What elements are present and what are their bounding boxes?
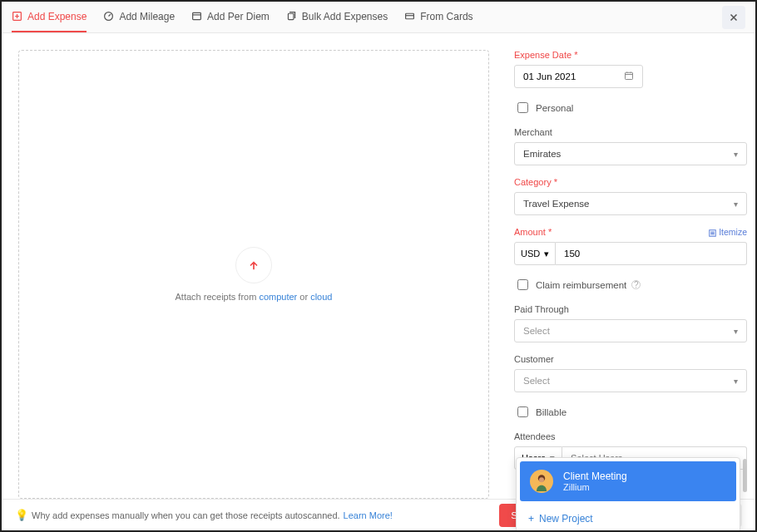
attendees-label: Attendees (514, 431, 747, 441)
expense-date-input[interactable]: 01 Jun 2021 (514, 65, 643, 88)
cloud-link[interactable]: cloud (310, 292, 332, 302)
per-diem-icon (191, 11, 202, 22)
personal-label: Personal (536, 103, 573, 113)
currency-select[interactable]: USD ▾ (514, 242, 556, 265)
tab-label: Bulk Add Expenses (302, 11, 388, 22)
chevron-down-icon: ▾ (734, 327, 738, 336)
paid-through-field: Paid Through Select ▾ (514, 304, 747, 342)
category-label: Category * (514, 177, 747, 187)
claim-label: Claim reimbursement (536, 280, 626, 290)
receipt-panel: Attach receipts from computer or cloud (18, 50, 489, 500)
tab-label: Add Mileage (119, 11, 175, 22)
customer-select[interactable]: Select ▾ (514, 369, 747, 392)
learn-more-link[interactable]: Learn More! (344, 510, 393, 520)
tab-add-mileage[interactable]: Add Mileage (103, 2, 175, 32)
customer-field: Customer Select ▾ (514, 354, 747, 392)
avatar (530, 470, 553, 493)
paid-through-label: Paid Through (514, 304, 747, 314)
receipt-dropzone[interactable]: Attach receipts from computer or cloud (18, 50, 489, 499)
billable-label: Billable (536, 407, 567, 417)
chevron-down-icon: ▾ (734, 200, 738, 209)
mileage-icon (103, 11, 114, 22)
card-icon (404, 11, 415, 22)
tab-label: Add Expense (27, 11, 87, 22)
amount-label: Amount * (514, 227, 552, 237)
footer-tip: 💡 Why add expenses manually when you can… (15, 509, 499, 521)
dropdown-item-subtitle: Zillium (563, 482, 627, 492)
personal-field: Personal (514, 100, 747, 116)
form-panel: Expense Date * 01 Jun 2021 Personal Merc… (514, 50, 747, 500)
info-icon[interactable]: ? (631, 280, 641, 289)
svg-rect-2 (193, 12, 201, 19)
project-dropdown: Client Meeting Zillium + New Project (516, 457, 740, 532)
expense-date-field: Expense Date * 01 Jun 2021 (514, 50, 747, 88)
tab-add-expense[interactable]: Add Expense (12, 2, 87, 32)
modal-body: Attach receipts from computer or cloud E… (2, 33, 755, 500)
lightbulb-icon: 💡 (15, 509, 28, 521)
dropdown-item-title: Client Meeting (563, 470, 627, 482)
svg-rect-3 (288, 13, 294, 19)
plus-icon: + (528, 513, 534, 525)
itemize-link[interactable]: Itemize (709, 227, 747, 237)
merchant-field: Merchant Emirates ▾ (514, 127, 747, 165)
category-select[interactable]: Travel Expense ▾ (514, 192, 747, 215)
amount-field: Amount * Itemize USD ▾ (514, 227, 747, 265)
merchant-label: Merchant (514, 127, 747, 137)
category-field: Category * Travel Expense ▾ (514, 177, 747, 215)
claim-field: Claim reimbursement ? (514, 277, 747, 293)
new-project-button[interactable]: + New Project (517, 505, 740, 532)
billable-field: Billable (514, 404, 747, 420)
tab-add-per-diem[interactable]: Add Per Diem (191, 2, 270, 32)
close-button[interactable] (722, 6, 745, 29)
svg-rect-4 (406, 13, 414, 19)
dropdown-item[interactable]: Client Meeting Zillium (520, 461, 736, 501)
personal-checkbox[interactable] (517, 102, 528, 113)
expense-icon (12, 11, 22, 22)
modal-header: Add Expense Add Mileage Add Per Diem Bul… (2, 2, 755, 33)
svg-rect-5 (626, 72, 633, 79)
bulk-icon (286, 11, 297, 22)
tab-bulk-add[interactable]: Bulk Add Expenses (286, 2, 388, 32)
chevron-down-icon: ▾ (734, 377, 738, 386)
customer-label: Customer (514, 354, 747, 364)
tab-label: From Cards (420, 11, 473, 22)
paid-through-select[interactable]: Select ▾ (514, 319, 747, 342)
expense-date-label: Expense Date * (514, 50, 747, 60)
amount-input[interactable] (556, 242, 747, 265)
svg-point-9 (539, 477, 544, 482)
merchant-select[interactable]: Emirates ▾ (514, 142, 747, 165)
tab-from-cards[interactable]: From Cards (404, 2, 473, 32)
chevron-down-icon: ▾ (544, 249, 549, 259)
upload-icon (235, 247, 272, 283)
claim-checkbox[interactable] (517, 279, 528, 290)
tab-label: Add Per Diem (207, 11, 270, 22)
tabs: Add Expense Add Mileage Add Per Diem Bul… (12, 2, 722, 32)
billable-checkbox[interactable] (517, 406, 528, 417)
calendar-icon (624, 71, 634, 82)
attach-text: Attach receipts from computer or cloud (176, 292, 333, 302)
chevron-down-icon: ▾ (734, 150, 738, 159)
computer-link[interactable]: computer (259, 292, 297, 302)
